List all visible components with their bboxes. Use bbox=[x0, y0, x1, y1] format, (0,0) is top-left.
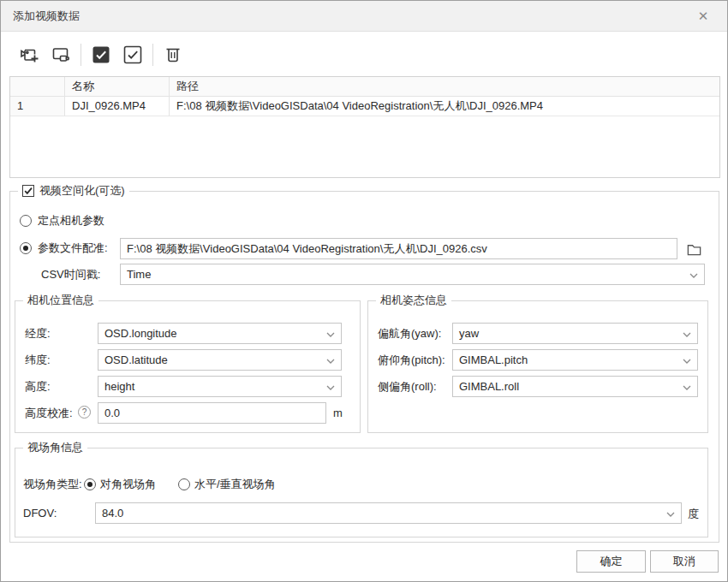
dfov-label: DFOV: bbox=[23, 507, 57, 520]
altitude-calibration-input[interactable]: 0.0 bbox=[98, 402, 326, 424]
longitude-label: 经度: bbox=[25, 327, 51, 341]
dfov-value: 84.0 bbox=[102, 507, 123, 520]
latitude-value: OSD.latitude bbox=[104, 353, 168, 366]
chevron-down-icon bbox=[689, 273, 698, 278]
horizontal-vertical-fov-label[interactable]: 水平/垂直视场角 bbox=[194, 478, 276, 491]
spatialization-label: 视频空间化(可选) bbox=[39, 184, 125, 198]
row-path-cell: F:\08 视频数据\VideoGISData\04 VideoRegistra… bbox=[170, 97, 719, 116]
column-header-index bbox=[10, 77, 65, 96]
height-value: height bbox=[104, 380, 134, 393]
spatialization-checkbox[interactable] bbox=[22, 185, 34, 197]
roll-label: 侧偏角(roll): bbox=[378, 380, 437, 394]
csv-timestamp-label: CSV时间戳: bbox=[41, 268, 100, 282]
chevron-down-icon bbox=[326, 332, 335, 337]
toolbar-separator bbox=[152, 44, 153, 66]
add-video-data-dialog: 添加视频数据 ✕ bbox=[0, 0, 728, 582]
pitch-value: GIMBAL.pitch bbox=[459, 353, 528, 366]
cancel-button[interactable]: 取消 bbox=[650, 550, 719, 573]
fov-group: 视场角信息 bbox=[15, 448, 708, 537]
help-icon[interactable]: ? bbox=[78, 406, 91, 419]
add-video-icon[interactable] bbox=[16, 42, 42, 68]
add-video-batch-icon[interactable] bbox=[48, 42, 74, 68]
height-label: 高度: bbox=[25, 380, 51, 394]
camera-attitude-legend: 相机姿态信息 bbox=[376, 294, 451, 307]
select-all-icon[interactable] bbox=[88, 42, 114, 68]
video-spatialization-legend: 视频空间化(可选) bbox=[18, 184, 129, 198]
diagonal-fov-radio[interactable] bbox=[84, 478, 96, 490]
column-header-path[interactable]: 路径 bbox=[170, 77, 719, 96]
latitude-label: 纬度: bbox=[25, 353, 51, 367]
close-icon[interactable]: ✕ bbox=[691, 1, 715, 32]
yaw-dropdown[interactable]: yaw bbox=[452, 323, 698, 344]
camera-position-legend: 相机位置信息 bbox=[23, 294, 98, 307]
chevron-down-icon bbox=[683, 332, 691, 337]
delete-icon[interactable] bbox=[160, 42, 186, 68]
browse-folder-button[interactable] bbox=[683, 239, 704, 260]
roll-value: GIMBAL.roll bbox=[459, 380, 519, 393]
table-header-row: 名称 路径 bbox=[10, 77, 719, 97]
yaw-value: yaw bbox=[459, 327, 479, 340]
table-row[interactable]: 1 DJI_0926.MP4 F:\08 视频数据\VideoGISData\0… bbox=[10, 97, 719, 116]
altitude-calibration-label: 高度校准: bbox=[25, 407, 73, 420]
chevron-down-icon bbox=[666, 512, 675, 517]
toolbar bbox=[16, 42, 192, 68]
chevron-down-icon bbox=[326, 385, 335, 390]
column-header-name[interactable]: 名称 bbox=[65, 77, 170, 96]
height-dropdown[interactable]: height bbox=[98, 376, 342, 397]
param-file-radio[interactable] bbox=[20, 242, 32, 254]
fov-type-label: 视场角类型: bbox=[23, 478, 82, 491]
longitude-value: OSD.longitude bbox=[104, 327, 177, 340]
pitch-dropdown[interactable]: GIMBAL.pitch bbox=[452, 349, 698, 371]
csv-timestamp-value: Time bbox=[127, 268, 151, 281]
roll-dropdown[interactable]: GIMBAL.roll bbox=[452, 376, 698, 397]
row-name-cell: DJI_0926.MP4 bbox=[65, 97, 170, 116]
fov-legend: 视场角信息 bbox=[23, 441, 87, 454]
ok-button[interactable]: 确定 bbox=[576, 550, 646, 573]
dfov-unit-label: 度 bbox=[688, 507, 699, 522]
diagonal-fov-label[interactable]: 对角视场角 bbox=[100, 478, 156, 491]
video-file-table: 名称 路径 1 DJI_0926.MP4 F:\08 视频数据\VideoGIS… bbox=[9, 76, 720, 178]
title-bar: 添加视频数据 ✕ bbox=[1, 1, 727, 32]
dfov-combobox[interactable]: 84.0 bbox=[95, 502, 682, 524]
chevron-down-icon bbox=[326, 359, 335, 364]
fixed-camera-label[interactable]: 定点相机参数 bbox=[38, 214, 104, 228]
chevron-down-icon bbox=[683, 385, 691, 390]
horizontal-vertical-fov-radio[interactable] bbox=[178, 478, 190, 490]
row-index-cell: 1 bbox=[10, 97, 65, 116]
param-file-label[interactable]: 参数文件配准: bbox=[38, 241, 108, 255]
check-outline-icon[interactable] bbox=[120, 42, 146, 68]
pitch-label: 俯仰角(pitch): bbox=[378, 353, 445, 367]
chevron-down-icon bbox=[683, 359, 691, 364]
latitude-dropdown[interactable]: OSD.latitude bbox=[98, 349, 342, 371]
csv-timestamp-dropdown[interactable]: Time bbox=[120, 264, 705, 285]
param-file-path-input[interactable]: F:\08 视频数据\VideoGISData\04 VideoRegistra… bbox=[120, 238, 677, 259]
yaw-label: 偏航角(yaw): bbox=[378, 327, 441, 341]
altitude-unit-label: m bbox=[333, 407, 343, 419]
longitude-dropdown[interactable]: OSD.longitude bbox=[98, 323, 342, 344]
fixed-camera-radio[interactable] bbox=[20, 215, 32, 227]
dialog-title: 添加视频数据 bbox=[13, 9, 80, 24]
toolbar-separator bbox=[81, 44, 81, 66]
